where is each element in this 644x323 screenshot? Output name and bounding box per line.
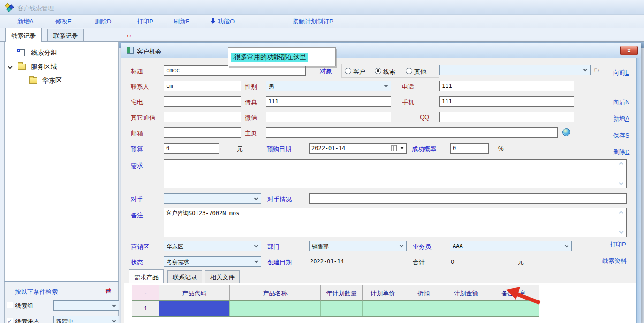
other-comm-input[interactable]	[164, 112, 241, 122]
chevron-down-icon	[565, 244, 568, 247]
grid-cell-plan-price[interactable]	[363, 301, 403, 316]
contact-input[interactable]	[164, 81, 241, 91]
globe-icon[interactable]	[562, 128, 570, 136]
total-unit: 元	[518, 258, 524, 267]
purchase-date-label: 预购日期	[267, 145, 291, 154]
fax-input[interactable]	[266, 96, 391, 107]
swap-arrows-icon[interactable]: ⇄	[105, 286, 111, 295]
lead-info-link[interactable]: 线索资料	[602, 257, 627, 265]
tree-connector	[15, 47, 15, 54]
salesman-select[interactable]: AAA	[450, 241, 572, 251]
email-input[interactable]	[164, 127, 241, 138]
remark-textarea[interactable]: 客户咨询SOT23-7002N mos	[164, 208, 627, 237]
other-comm-label: 其它通信	[131, 114, 155, 122]
qq-input[interactable]	[439, 112, 574, 122]
down-arrow-icon	[400, 147, 404, 152]
toolbar-print[interactable]: 打印P	[137, 17, 153, 26]
radio-lead[interactable]	[375, 68, 381, 74]
print-link[interactable]: 打印P	[610, 240, 626, 249]
homepage-input[interactable]	[266, 127, 558, 138]
splitter-handle-icon[interactable]: ↔	[125, 31, 133, 39]
grid-cell-plan-amount[interactable]	[444, 301, 488, 316]
grid-corner-header[interactable]: -	[132, 285, 159, 301]
radio-other[interactable]	[406, 68, 412, 74]
pointer-hand-icon[interactable]: ☞	[594, 65, 601, 75]
wechat-input[interactable]	[266, 112, 391, 122]
tree-item-lead-group[interactable]: 线索分组	[19, 49, 57, 57]
tree-item-service-area[interactable]: 服务区域	[8, 63, 57, 71]
grid-header-product-code[interactable]: 产品代码	[159, 285, 230, 301]
grid-cell-product-code-selected[interactable]	[159, 301, 230, 316]
grid-cell-annual-qty[interactable]	[321, 301, 363, 316]
department-select[interactable]: 销售部	[309, 241, 407, 251]
success-rate-input[interactable]	[450, 143, 489, 154]
toolbar-add[interactable]: 新增A	[17, 17, 34, 26]
budget-label: 预算	[131, 145, 143, 154]
radio-customer[interactable]	[345, 68, 351, 74]
calendar-icon	[391, 145, 397, 151]
lead-group-checkbox[interactable]	[7, 302, 13, 308]
grid-header-annual-qty[interactable]: 年计划数量	[321, 285, 363, 301]
rival-info-input[interactable]	[309, 193, 627, 204]
grid-header-plan-price[interactable]: 计划单价	[363, 285, 403, 301]
toolbar-contact-plan[interactable]: 接触计划制订P	[293, 17, 333, 26]
phone-label: 电话	[402, 83, 414, 91]
tab-contact-records[interactable]: 联系记录	[47, 29, 84, 42]
grid-cell-product-name[interactable]	[230, 301, 321, 316]
remark-label: 备注	[131, 211, 143, 220]
save-link[interactable]: 保存S	[613, 131, 629, 140]
gender-select[interactable]: 男	[266, 81, 391, 91]
tab-lead-records[interactable]: 线索记录	[5, 28, 42, 42]
grid-cell-remark-info[interactable]	[488, 301, 539, 316]
delete-link[interactable]: 删除D	[613, 148, 629, 156]
demand-textarea[interactable]	[164, 159, 627, 188]
marketing-area-select[interactable]: 华东区	[164, 241, 261, 251]
grid-cell-discount[interactable]	[403, 301, 444, 316]
status-select[interactable]: 考察需求	[164, 256, 261, 267]
tab-related-files[interactable]: 相关文件	[205, 270, 240, 283]
mobile-input[interactable]	[439, 96, 574, 107]
homepage-label: 主页	[245, 129, 257, 138]
tab-demand-products[interactable]: 需求产品	[129, 269, 164, 283]
nav-next-link[interactable]: 向后N	[613, 98, 629, 107]
close-button[interactable]: ×	[620, 46, 638, 55]
tab-contact-log[interactable]: 联系记录	[167, 270, 202, 283]
main-toolbar: 新增A 修改E 删除D 打印P 刷新F 功能O 接触计划制订P	[0, 15, 644, 28]
add-link[interactable]: 新增A	[613, 115, 629, 123]
toolbar-refresh[interactable]: 刷新F	[174, 17, 189, 26]
grid-header-remark-info[interactable]: 备注信息	[488, 285, 539, 301]
object-select[interactable]	[439, 65, 591, 75]
grid-row-number[interactable]: 1	[132, 301, 159, 316]
toolbar-edit[interactable]: 修改E	[55, 17, 72, 26]
lead-status-select[interactable]: 跟踪中	[53, 316, 119, 323]
phone-input[interactable]	[439, 81, 574, 91]
toolbar-delete[interactable]: 删除D	[95, 17, 111, 26]
grid-header-plan-amount[interactable]: 计划金额	[444, 285, 488, 301]
nav-prev-link[interactable]: 向前L	[613, 69, 629, 77]
tree-item-huadong[interactable]: 华东区	[29, 77, 62, 85]
total-label: 合计	[413, 258, 425, 267]
object-label: 对象	[320, 67, 332, 76]
rival-select[interactable]	[164, 193, 261, 204]
lead-group-select[interactable]	[53, 300, 119, 311]
calendar-dropdown-button[interactable]	[391, 145, 405, 152]
down-arrow-icon	[210, 18, 216, 24]
title-input[interactable]	[164, 65, 306, 76]
customer-opportunity-dialog: 客户机会 × 标题 对象 客户 线索 其他 ☞ 向前L 联系人 性别 男 电话 …	[121, 43, 641, 323]
chevron-down-icon	[254, 196, 258, 200]
folder-icon	[18, 64, 26, 70]
product-grid: - 产品代码 产品名称 年计划数量 计划单价 折扣 计划金额 备注信息 1	[132, 285, 539, 317]
purchase-date-input[interactable]: 2022-01-14	[309, 143, 407, 154]
search-condition-panel: 按以下条件检索 ⇄ 线索组 ✓ 线索状态 跟踪中	[4, 281, 119, 323]
wechat-label: 微信	[245, 114, 257, 122]
lead-status-checkbox[interactable]: ✓	[7, 318, 13, 323]
email-label: 邮箱	[131, 129, 143, 138]
grid-header-product-name[interactable]: 产品名称	[230, 285, 321, 301]
budget-input[interactable]	[164, 143, 219, 154]
chevron-down-icon[interactable]	[8, 64, 13, 69]
home-phone-input[interactable]	[164, 96, 241, 107]
tree-connector	[23, 80, 28, 80]
toolbar-functions[interactable]: 功能O	[210, 17, 235, 26]
grid-header-discount[interactable]: 折扣	[403, 285, 444, 301]
chevron-down-icon	[254, 259, 258, 263]
